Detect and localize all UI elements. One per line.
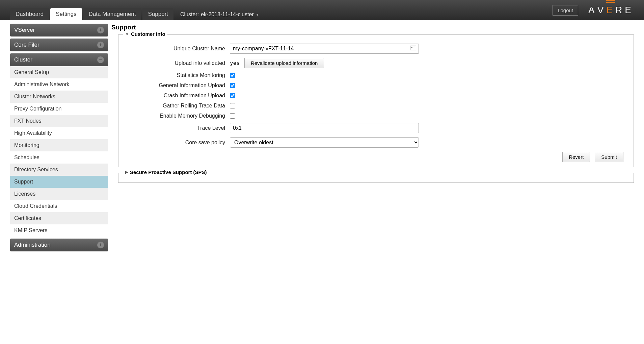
sidebar: VServer Core Filer Cluster General Setup…	[10, 24, 108, 251]
avere-logo: A V E R E	[588, 5, 634, 16]
upload-validated-label: Upload info validated	[125, 60, 230, 66]
disclosure-down-icon: ▼	[125, 32, 129, 36]
customer-info-fieldset: ▼ Customer Info Unique Cluster Name Uplo…	[118, 34, 634, 167]
revert-button[interactable]: Revert	[562, 152, 590, 162]
sidebar-item-monitoring[interactable]: Monitoring	[10, 139, 108, 151]
sidebar-item-certificates[interactable]: Certificates	[10, 212, 108, 224]
cluster-name: ek-2018-11-14-cluster	[201, 11, 254, 18]
sidebar-item-high-availability[interactable]: High Availability	[10, 127, 108, 139]
legend-text: Secure Proactive Support (SPS)	[130, 169, 207, 175]
unique-cluster-name-input[interactable]	[230, 44, 419, 54]
sidebar-section-core-filer[interactable]: Core Filer	[10, 39, 108, 51]
plus-icon	[97, 42, 104, 48]
sps-fieldset: ▶ Secure Proactive Support (SPS)	[118, 173, 634, 183]
trace-level-input[interactable]	[230, 123, 419, 133]
plus-icon	[97, 242, 104, 248]
cluster-items: General Setup Administrative Network Clu…	[10, 66, 108, 237]
rolling-trace-checkbox[interactable]	[230, 103, 235, 108]
tab-data-management[interactable]: Data Management	[83, 8, 141, 20]
sidebar-section-administration[interactable]: Administration	[10, 239, 108, 251]
sidebar-item-proxy-config[interactable]: Proxy Configuration	[10, 103, 108, 115]
topbar: Dashboard Settings Data Management Suppo…	[0, 0, 644, 20]
crash-info-upload-checkbox[interactable]	[230, 93, 235, 98]
memory-debugging-label: Enable Memory Debugging	[125, 113, 230, 119]
main-tabs: Dashboard Settings Data Management Suppo…	[10, 8, 265, 20]
sidebar-item-cluster-networks[interactable]: Cluster Networks	[10, 91, 108, 103]
section-title: Cluster	[14, 56, 32, 63]
sidebar-item-admin-network[interactable]: Administrative Network	[10, 78, 108, 91]
section-title: VServer	[14, 27, 35, 33]
sidebar-item-licenses[interactable]: Licenses	[10, 188, 108, 200]
core-save-policy-select[interactable]: Overwrite oldest	[230, 137, 419, 148]
sps-legend[interactable]: ▶ Secure Proactive Support (SPS)	[123, 169, 209, 175]
memory-debugging-checkbox[interactable]	[230, 113, 235, 119]
sidebar-item-cloud-credentials[interactable]: Cloud Credentials	[10, 200, 108, 212]
minus-icon	[97, 56, 104, 63]
general-info-upload-checkbox[interactable]	[230, 83, 235, 88]
crash-info-upload-label: Crash Information Upload	[125, 93, 230, 99]
topbar-right: Logout A V E R E	[553, 5, 634, 16]
upload-validated-value: yes	[230, 60, 240, 66]
general-info-upload-label: General Information Upload	[125, 82, 230, 89]
revalidate-button[interactable]: Revalidate upload information	[244, 58, 324, 68]
cluster-selector[interactable]: Cluster: ek-2018-11-14-cluster ▼	[175, 9, 265, 20]
plus-icon	[97, 27, 104, 33]
disclosure-right-icon: ▶	[125, 170, 128, 174]
tab-dashboard[interactable]: Dashboard	[10, 8, 49, 20]
section-title: Core Filer	[14, 42, 39, 48]
trace-level-label: Trace Level	[125, 125, 230, 131]
statistics-monitoring-checkbox[interactable]	[230, 73, 235, 78]
sidebar-item-directory-services[interactable]: Directory Services	[10, 164, 108, 176]
statistics-monitoring-label: Statistics Monitoring	[125, 72, 230, 78]
sidebar-section-vserver[interactable]: VServer	[10, 24, 108, 36]
cluster-prefix: Cluster:	[180, 11, 199, 18]
sidebar-item-general-setup[interactable]: General Setup	[10, 66, 108, 78]
sidebar-item-schedules[interactable]: Schedules	[10, 151, 108, 164]
sidebar-item-kmip-servers[interactable]: KMIP Servers	[10, 224, 108, 237]
section-title: Administration	[14, 242, 51, 248]
logout-button[interactable]: Logout	[553, 5, 578, 16]
content: Support ▼ Customer Info Unique Cluster N…	[111, 24, 634, 251]
submit-button[interactable]: Submit	[595, 152, 623, 162]
rolling-trace-label: Gather Rolling Trace Data	[125, 103, 230, 109]
tab-support[interactable]: Support	[142, 8, 173, 20]
chevron-down-icon: ▼	[256, 13, 259, 17]
unique-cluster-name-label: Unique Cluster Name	[125, 46, 230, 52]
sidebar-item-fxt-nodes[interactable]: FXT Nodes	[10, 115, 108, 127]
sidebar-item-support[interactable]: Support	[10, 176, 108, 188]
legend-text: Customer Info	[131, 31, 165, 37]
customer-info-legend[interactable]: ▼ Customer Info	[123, 31, 167, 37]
sidebar-section-cluster[interactable]: Cluster	[10, 53, 108, 66]
tab-settings[interactable]: Settings	[50, 8, 82, 20]
page-title: Support	[111, 24, 634, 31]
core-save-policy-label: Core save policy	[125, 140, 230, 146]
